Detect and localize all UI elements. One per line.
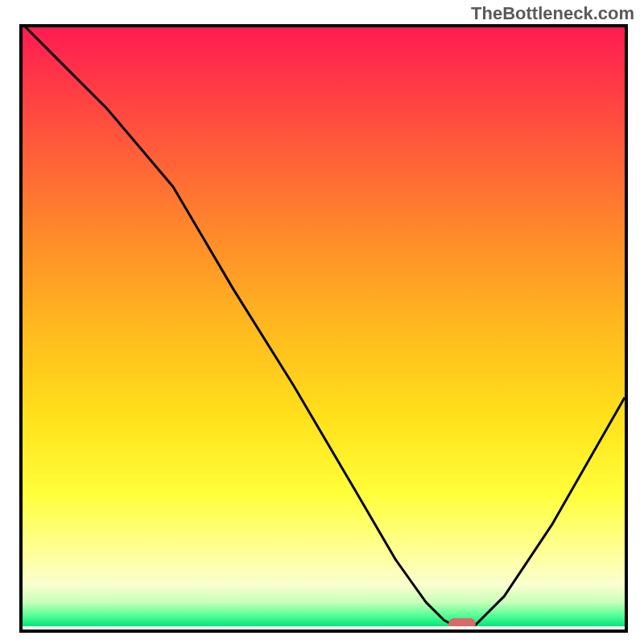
bottleneck-curve (23, 24, 625, 626)
plot-area (23, 24, 625, 626)
curve-layer (23, 24, 625, 626)
watermark-text: TheBottleneck.com (471, 3, 634, 24)
optimal-marker (448, 618, 476, 626)
